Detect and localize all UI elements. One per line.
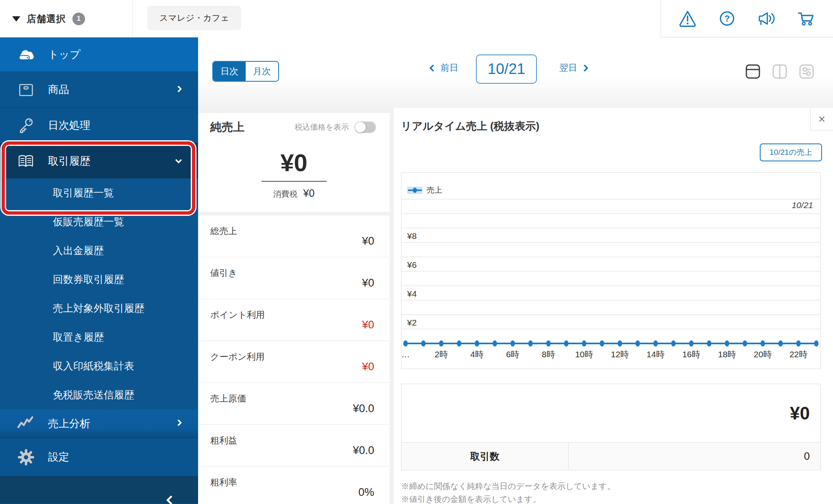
stat-row-discount: 値引き ¥0 [198, 257, 390, 299]
sidebar: トップ 商品 日次処理 取引履歴 [0, 37, 198, 504]
collapse-chevron-icon [166, 495, 176, 504]
stat-value: ¥0.0 [353, 444, 374, 457]
chevron-right-icon [175, 85, 182, 92]
sidebar-item-transaction-history[interactable]: 取引履歴 [0, 143, 198, 178]
realtime-sales-panel: × リアルタイム売上 (税抜表示) 10/21の売上 ¥8¥6¥4¥2…2時4時… [394, 108, 833, 504]
sidebar-item-label: トップ [48, 48, 81, 62]
sidebar-subitem-non-sales-transaction-history[interactable]: 売上対象外取引履歴 [0, 294, 198, 323]
gear-icon [16, 448, 36, 467]
sidebar-subitem-tax-free-sales-history[interactable]: 免税販売送信履歴 [0, 380, 198, 409]
net-sales-title: 純売上 [210, 119, 244, 135]
subitem-label: 収入印紙税集計表 [53, 359, 134, 373]
sidebar-submenu: 取引履歴一覧 仮販売履歴一覧 入出金履歴 回数券取引履歴 売上対象外取引履歴 取… [0, 178, 198, 409]
svg-text:22時: 22時 [789, 350, 807, 359]
sidebar-subitem-stamp-tax-summary[interactable]: 収入印紙税集計表 [0, 352, 198, 380]
svg-text:12時: 12時 [611, 350, 629, 359]
next-day-label: 翌日 [559, 62, 577, 74]
subitem-label: 仮販売履歴一覧 [53, 215, 124, 228]
announcement-icon[interactable] [757, 9, 776, 28]
tax-value: ¥0 [303, 187, 315, 199]
stat-label: クーポン利用 [210, 351, 265, 363]
net-sales-panel: 純売上 税込価格を表示 ¥0 消費税¥0 総売上 ¥0 値引き [198, 113, 390, 504]
alert-icon[interactable] [678, 9, 697, 28]
legend-label: 売上 [427, 185, 442, 196]
sidebar-item-products[interactable]: 商品 [0, 72, 198, 107]
chevron-down-icon [175, 157, 182, 164]
chart-plot-area: ¥8¥6¥4¥2…2時4時6時8時10時12時14時16時18時20時22時 [401, 173, 820, 369]
sidebar-subitem-layaway-history[interactable]: 取置き履歴 [0, 323, 198, 352]
sidebar-collapse-bar[interactable] [0, 476, 198, 504]
stat-row-points-used: ポイント利用 ¥0 [198, 299, 390, 341]
stat-value: ¥0 [362, 277, 374, 289]
sidebar-item-label: 売上分析 [48, 417, 90, 431]
sidebar-subitem-provisional-sales-list[interactable]: 仮販売履歴一覧 [0, 207, 198, 236]
svg-text:?: ? [724, 14, 730, 24]
sidebar-subitem-cash-in-out-history[interactable]: 入出金履歴 [0, 236, 198, 265]
chevron-left-icon [429, 64, 436, 72]
subitem-label: 取置き履歴 [53, 330, 104, 344]
realtime-sales-chart: ¥8¥6¥4¥2…2時4時6時8時10時12時14時16時18時20時22時 売… [401, 172, 821, 369]
tab-monthly[interactable]: 月次 [246, 62, 278, 81]
layout-horizontal-split-icon[interactable] [745, 64, 761, 79]
top-bar: 店舗選択 1 スマレジ・カフェ ? [0, 0, 833, 37]
svg-text:16時: 16時 [682, 350, 700, 359]
sidebar-item-settings[interactable]: 設定 [0, 438, 198, 476]
layout-settings-icon[interactable] [799, 64, 814, 79]
sidebar-item-sales-analysis[interactable]: 売上分析 [0, 409, 198, 438]
subitem-label: 回数券取引履歴 [53, 273, 124, 286]
svg-text:¥2: ¥2 [407, 318, 416, 327]
sidebar-subitem-transaction-list[interactable]: 取引履歴一覧 [0, 178, 198, 207]
sidebar-item-daily-processing[interactable]: 日次処理 [0, 107, 198, 143]
tax-label: 消費税 [273, 189, 298, 198]
svg-text:8時: 8時 [542, 350, 555, 359]
period-toggle: 日次 月次 [212, 61, 279, 82]
svg-text:…: … [401, 350, 410, 359]
subitem-label: 免税販売送信履歴 [53, 388, 134, 402]
svg-text:2時: 2時 [434, 350, 448, 359]
main-content: 日次 月次 前日 10/21 翌日 [198, 37, 833, 504]
stat-row-gross-sales: 総売上 ¥0 [198, 215, 390, 257]
net-sales-total: ¥0 [198, 149, 390, 177]
app-screen: 店舗選択 1 スマレジ・カフェ ? [0, 0, 833, 504]
topbar-icon-group: ? [661, 0, 833, 37]
line-chart-icon [16, 414, 36, 433]
chart-date-annotation: 10/21 [792, 200, 813, 210]
prev-day-label: 前日 [440, 62, 458, 74]
consumption-tax-line: 消費税¥0 [198, 187, 390, 200]
close-button[interactable]: × [810, 108, 833, 130]
sidebar-item-label: 取引履歴 [48, 154, 90, 168]
summary-box: ¥0 取引数 0 [401, 384, 821, 470]
cloud-icon [16, 45, 36, 64]
layout-vertical-split-icon[interactable] [772, 64, 787, 79]
help-icon[interactable]: ? [717, 9, 737, 28]
content-header: 日次 月次 前日 10/21 翌日 [198, 37, 833, 108]
cart-icon[interactable] [797, 9, 816, 28]
stat-label: 売上原価 [210, 393, 246, 405]
svg-text:¥8: ¥8 [407, 231, 416, 241]
sidebar-subitem-ticket-transaction-history[interactable]: 回数券取引履歴 [0, 265, 198, 294]
layout-switcher [745, 64, 814, 79]
topbar-divider [132, 0, 133, 37]
tax-display-toggle[interactable] [355, 122, 376, 133]
stat-value: ¥0 [362, 235, 374, 248]
prev-day-button[interactable]: 前日 [430, 62, 458, 74]
next-day-button[interactable]: 翌日 [559, 62, 587, 74]
sidebar-item-label: 日次処理 [48, 118, 90, 133]
store-selector[interactable]: 店舗選択 1 [12, 0, 85, 37]
stat-row-cost-of-sales: 売上原価 ¥0.0 [198, 383, 390, 425]
svg-text:10時: 10時 [575, 350, 593, 359]
stat-label: 値引き [210, 267, 238, 279]
svg-text:¥6: ¥6 [407, 260, 416, 269]
day-sales-button[interactable]: 10/21の売上 [760, 143, 822, 161]
store-name-chip: スマレジ・カフェ [147, 6, 241, 30]
stat-row-gross-profit: 粗利益 ¥0.0 [198, 425, 390, 467]
sidebar-item-label: 商品 [48, 83, 69, 97]
footnote-line: ※値引き後の金額を表示しています。 [401, 493, 615, 504]
svg-text:18時: 18時 [718, 350, 736, 359]
transactions-value: 0 [569, 443, 820, 470]
sidebar-item-top[interactable]: トップ [0, 37, 198, 72]
date-display[interactable]: 10/21 [476, 54, 537, 84]
svg-text:4時: 4時 [470, 350, 484, 359]
tab-daily[interactable]: 日次 [213, 62, 246, 81]
legend-swatch-icon [407, 187, 423, 194]
